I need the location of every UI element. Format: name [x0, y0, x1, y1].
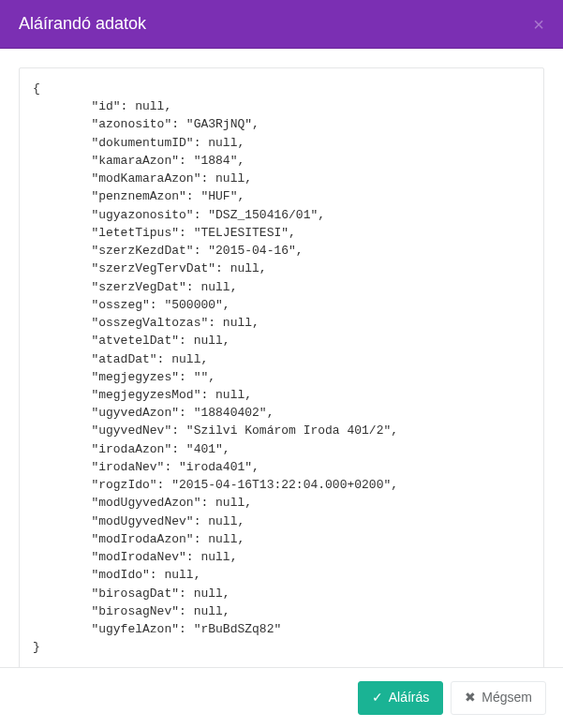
json-data-block: { "id": null, "azonosito": "GA3RjNQ", "d… [19, 67, 544, 667]
modal-header: Aláírandó adatok × [0, 0, 563, 49]
modal-body: { "id": null, "azonosito": "GA3RjNQ", "d… [0, 49, 563, 667]
close-button[interactable]: × [533, 15, 544, 34]
x-icon: ✖ [465, 689, 476, 707]
cancel-button[interactable]: ✖ Mégsem [451, 681, 546, 715]
cancel-button-label: Mégsem [482, 689, 532, 707]
modal-title: Aláírandó adatok [19, 14, 146, 34]
modal-footer: ✓ Aláírás ✖ Mégsem [0, 667, 563, 728]
sign-button[interactable]: ✓ Aláírás [358, 681, 444, 715]
check-icon: ✓ [372, 689, 383, 707]
modal-dialog: Aláírandó adatok × { "id": null, "azonos… [0, 0, 563, 728]
close-icon: × [533, 15, 544, 34]
sign-button-label: Aláírás [389, 689, 430, 707]
